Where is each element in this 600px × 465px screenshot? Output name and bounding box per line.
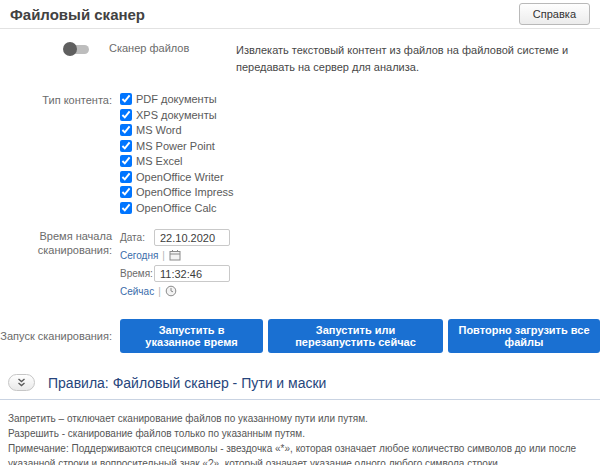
page-title: Файловый сканер [10,6,145,23]
checkbox-label: MS Power Point [136,140,215,152]
scan-launch-label: Запуск сканирования: [0,329,112,343]
separator: | [158,286,161,297]
start-time-label: Время начала сканирования: [0,229,112,301]
checkbox-label: OpenOffice Writer [136,171,224,183]
separator: | [162,250,165,261]
xps-checkbox[interactable] [120,109,132,121]
checkbox-item-ms-excel[interactable]: MS Excel [120,155,234,167]
rules-section-title: Правила: Файловый сканер - Пути и маски [48,375,326,391]
time-input[interactable] [154,265,230,282]
toggle-label: Сканер файлов [109,42,236,54]
checkbox-label: OpenOffice Calc [136,202,217,214]
checkbox-item-openoffice-calc[interactable]: OpenOffice Calc [120,202,234,214]
checkbox-label: MS Excel [136,155,182,167]
start-or-restart-now-button[interactable]: Запустить или перезапустить сейчас [268,319,443,353]
toggle-knob [63,42,77,56]
checkbox-item-xps[interactable]: XPS документы [120,109,234,121]
time-label: Время: [120,268,154,279]
file-scanner-toggle[interactable] [63,42,90,56]
calendar-icon[interactable] [169,249,181,261]
now-link[interactable]: Сейчас [120,286,154,297]
rules-line-note: Примечание: Поддерживаются спецсимволы -… [8,441,592,465]
rules-section-header: Правила: Файловый сканер - Пути и маски [0,374,600,400]
checkbox-label: XPS документы [136,109,217,121]
rules-line-allow: Разрешить - сканирование файлов только п… [8,426,592,441]
content-type-list: PDF документы XPS документы MS Word MS P… [120,93,234,217]
double-chevron-down-icon [16,378,27,388]
start-at-time-button[interactable]: Запустить в указанное время [120,319,263,353]
content-type-row: Тип контента: PDF документы XPS документ… [0,93,600,217]
openoffice-writer-checkbox[interactable] [120,171,132,183]
date-input[interactable] [154,229,230,246]
collapse-section-button[interactable] [8,374,35,391]
openoffice-calc-checkbox[interactable] [120,202,132,214]
ms-powerpoint-checkbox[interactable] [120,140,132,152]
today-link[interactable]: Сегодня [120,250,158,261]
checkbox-item-openoffice-impress[interactable]: OpenOffice Impress [120,186,234,198]
checkbox-label: MS Word [136,124,182,136]
page-header: Файловый сканер Справка [0,0,600,29]
date-label: Дата: [120,232,154,243]
checkbox-label: PDF документы [136,93,217,105]
rules-description: Запретить – отключает сканирование файло… [0,400,600,465]
reload-all-files-button[interactable]: Повторно загрузить все файлы [448,319,600,353]
checkbox-item-pdf[interactable]: PDF документы [120,93,234,105]
rules-line-deny: Запретить – отключает сканирование файло… [8,411,592,426]
help-button[interactable]: Справка [519,3,590,25]
pdf-checkbox[interactable] [120,93,132,105]
openoffice-impress-checkbox[interactable] [120,186,132,198]
ms-excel-checkbox[interactable] [120,155,132,167]
scanner-description: Извлекать текстовый контент из файлов на… [236,42,588,76]
checkbox-item-ms-powerpoint[interactable]: MS Power Point [120,140,234,152]
scanner-toggle-row: Сканер файлов Извлекать текстовый контен… [0,42,600,76]
clock-icon[interactable] [165,285,177,297]
checkbox-item-ms-word[interactable]: MS Word [120,124,234,136]
content-type-label: Тип контента: [0,93,112,217]
ms-word-checkbox[interactable] [120,124,132,136]
checkbox-item-openoffice-writer[interactable]: OpenOffice Writer [120,171,234,183]
scan-launch-row: Запуск сканирования: Запустить в указанн… [0,319,600,353]
checkbox-label: OpenOffice Impress [136,186,234,198]
start-time-row: Время начала сканирования: Дата: Сегодня… [0,229,600,301]
